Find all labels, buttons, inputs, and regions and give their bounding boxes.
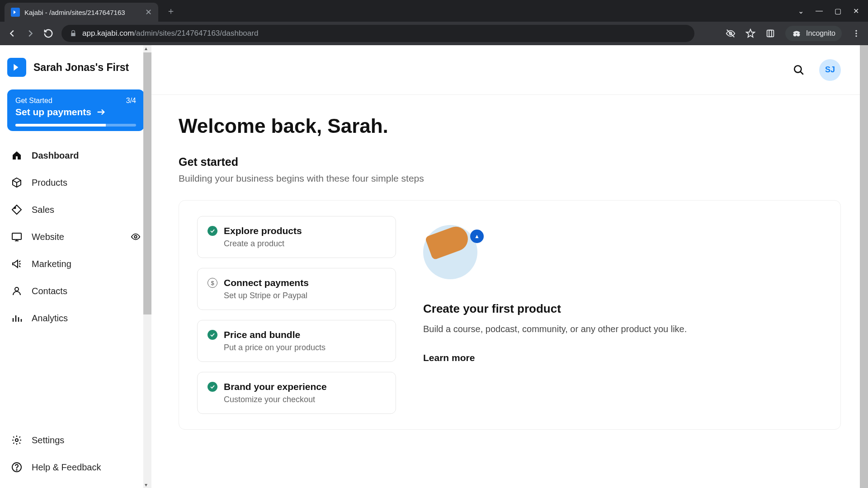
sidebar-item-marketing[interactable]: Marketing <box>5 250 146 277</box>
section-title: Get started <box>179 155 841 169</box>
promo-column: ▲ Create your first product Build a cour… <box>423 216 822 414</box>
gs-progress-text: 3/4 <box>126 97 136 105</box>
tab-close-icon[interactable]: ✕ <box>145 7 152 17</box>
url-field[interactable]: app.kajabi.com/admin/sites/2147647163/da… <box>61 25 694 42</box>
svg-point-5 <box>855 30 857 32</box>
step-title: Brand your experience <box>224 381 327 392</box>
svg-point-7 <box>855 35 857 37</box>
step-subtitle: Set up Stripe or Paypal <box>224 291 386 300</box>
app: Sarah Jonas's First Get Started 3/4 Set … <box>0 45 868 488</box>
url-bar: app.kajabi.com/admin/sites/2147647163/da… <box>0 22 868 45</box>
gs-action-label: Set up payments <box>15 107 91 117</box>
star-icon[interactable] <box>745 28 755 38</box>
step-card[interactable]: Brand your experienceCustomize your chec… <box>197 372 396 414</box>
url-text: app.kajabi.com/admin/sites/2147647163/da… <box>82 29 258 38</box>
minimize-icon[interactable]: — <box>816 7 823 15</box>
brand-row[interactable]: Sarah Jonas's First <box>5 52 146 88</box>
tab-title: Kajabi - /admin/sites/2147647163 <box>24 9 141 16</box>
sidebar-item-analytics[interactable]: Analytics <box>5 305 146 332</box>
dollar-icon: $ <box>208 278 217 288</box>
step-title: Connect payments <box>224 277 309 288</box>
kebab-menu-icon[interactable] <box>852 29 861 38</box>
back-icon[interactable] <box>7 28 17 38</box>
reload-icon[interactable] <box>43 28 53 38</box>
site-name: Sarah Jonas's First <box>33 61 129 74</box>
svg-point-14 <box>16 469 17 470</box>
get-started-card[interactable]: Get Started 3/4 Set up payments <box>7 89 144 131</box>
eye-icon[interactable] <box>131 232 141 242</box>
sidebar-item-label: Dashboard <box>32 150 79 161</box>
sidebar-item-sales[interactable]: Sales <box>5 196 146 223</box>
sidebar-item-dashboard[interactable]: Dashboard <box>5 142 146 169</box>
sidebar-item-label: Products <box>32 178 67 188</box>
settings-icon <box>11 435 23 446</box>
svg-point-11 <box>15 287 19 291</box>
step-title: Price and bundle <box>224 329 300 340</box>
sidebar: Sarah Jonas's First Get Started 3/4 Set … <box>0 45 151 488</box>
sidebar-item-label: Help & Feedback <box>32 462 101 473</box>
marketing-icon <box>11 258 23 269</box>
sidebar-item-label: Contacts <box>32 286 67 296</box>
get-started-panel: Explore productsCreate a product$Connect… <box>179 200 841 430</box>
step-subtitle: Create a product <box>224 239 386 249</box>
chevron-down-icon[interactable]: ⌄ <box>798 7 804 15</box>
website-icon <box>11 231 23 242</box>
top-bar: SJ <box>151 45 868 95</box>
step-card[interactable]: Price and bundlePut a price on your prod… <box>197 320 396 362</box>
sidebar-item-help[interactable]: Help & Feedback <box>5 454 146 481</box>
svg-rect-1 <box>767 30 774 37</box>
svg-rect-2 <box>769 30 772 37</box>
check-icon <box>208 226 217 236</box>
svg-point-12 <box>15 439 18 441</box>
sidebar-item-settings[interactable]: Settings <box>5 427 146 454</box>
svg-point-4 <box>797 33 800 36</box>
analytics-icon <box>11 313 23 324</box>
search-icon[interactable] <box>793 64 805 76</box>
sales-icon <box>11 204 23 215</box>
sidebar-item-products[interactable]: Products <box>5 169 146 196</box>
promo-title: Create your first product <box>423 302 822 316</box>
step-title: Explore products <box>224 225 302 236</box>
sidebar-scrollbar[interactable] <box>143 45 151 488</box>
step-card[interactable]: $Connect paymentsSet up Stripe or Paypal <box>197 268 396 310</box>
promo-illustration: ▲ <box>423 221 482 279</box>
page-scrollbar[interactable] <box>860 45 868 488</box>
gs-label: Get Started <box>15 97 52 105</box>
maximize-icon[interactable]: ▢ <box>835 7 841 15</box>
steps-column: Explore productsCreate a product$Connect… <box>197 216 396 414</box>
sidebar-item-label: Settings <box>32 435 64 446</box>
section-subtitle: Building your business begins with these… <box>179 173 841 184</box>
kajabi-favicon <box>11 8 20 17</box>
main: SJ Welcome back, Sarah. Get started Buil… <box>151 45 868 488</box>
dashboard-icon <box>11 150 23 161</box>
svg-point-6 <box>855 33 857 34</box>
brand-logo-icon <box>7 58 26 77</box>
svg-point-8 <box>14 207 16 209</box>
help-icon <box>11 462 23 473</box>
arrow-right-icon <box>96 107 106 117</box>
window-controls: ⌄ — ▢ ✕ <box>798 7 863 15</box>
step-card[interactable]: Explore productsCreate a product <box>197 216 396 258</box>
sidebar-item-label: Analytics <box>32 313 68 324</box>
browser-chrome: Kajabi - /admin/sites/2147647163 ✕ ＋ ⌄ —… <box>0 0 868 45</box>
close-window-icon[interactable]: ✕ <box>853 7 859 15</box>
browser-tab[interactable]: Kajabi - /admin/sites/2147647163 ✕ <box>5 3 158 22</box>
sidebar-item-contacts[interactable]: Contacts <box>5 277 146 305</box>
avatar[interactable]: SJ <box>819 59 841 81</box>
lock-icon <box>70 30 77 37</box>
step-subtitle: Put a price on your products <box>224 343 386 352</box>
products-icon <box>11 177 23 188</box>
extensions-icon[interactable] <box>765 28 775 38</box>
sidebar-item-label: Website <box>32 232 64 242</box>
eye-off-icon[interactable] <box>726 28 736 38</box>
learn-more-link[interactable]: Learn more <box>423 352 475 363</box>
tab-bar: Kajabi - /admin/sites/2147647163 ✕ ＋ ⌄ —… <box>0 0 868 22</box>
sidebar-item-website[interactable]: Website <box>5 223 146 250</box>
sidebar-item-label: Marketing <box>32 259 71 269</box>
incognito-badge[interactable]: Incognito <box>785 26 842 41</box>
check-icon <box>208 382 217 392</box>
gs-progress-bar <box>15 124 136 127</box>
new-tab-icon[interactable]: ＋ <box>166 5 175 17</box>
forward-icon[interactable] <box>25 28 35 38</box>
sidebar-item-label: Sales <box>32 205 54 215</box>
